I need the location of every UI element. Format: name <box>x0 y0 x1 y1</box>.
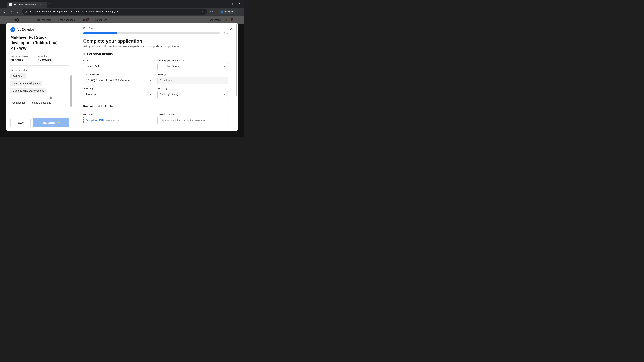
linkedin-label: LinkedIn profile <box>158 113 228 116</box>
info-icon[interactable]: ? <box>164 73 166 76</box>
reload-button[interactable] <box>16 9 20 14</box>
browser-tab-strip: ⬚ Hire Top Remote Software Dev ✕ + — ▢ ✕ <box>0 0 244 7</box>
scroll-up-icon[interactable]: ▴ <box>70 55 72 57</box>
specialty-label: Specialty * <box>83 87 154 90</box>
tab-close-icon[interactable]: ✕ <box>43 3 45 6</box>
new-tab-button[interactable]: + <box>49 2 51 5</box>
resume-upload[interactable]: ⟳ Upload PDF Max size 5 MB <box>83 117 154 124</box>
progress-percent: 25% <box>223 31 228 34</box>
modal-overlay: arc() Arc Exclusive Mid-level Ful Stack … <box>0 15 244 137</box>
incognito-badge[interactable]: 👤 Incognito <box>218 10 236 13</box>
browser-tab[interactable]: ⬚ Hire Top Remote Software Dev ✕ <box>8 1 47 7</box>
chevron-down-icon: ▾ <box>150 93 151 96</box>
linkedin-input[interactable] <box>158 117 228 124</box>
window-controls: — ▢ ✕ <box>226 2 243 5</box>
progress-fill <box>83 32 118 34</box>
extensions-icon[interactable]: ⬚ <box>209 9 214 14</box>
maximize-icon[interactable]: ▢ <box>232 2 234 5</box>
application-form-panel: ✕ Step 1/4 25% Complete your application… <box>73 23 238 131</box>
role-label: Role ? <box>158 73 228 76</box>
separator: / <box>28 101 28 104</box>
seniority-label: Seniority * <box>158 87 228 90</box>
minimize-icon[interactable]: — <box>226 2 228 5</box>
tab-search-dropdown[interactable] <box>1 1 6 6</box>
divider: | <box>216 10 216 13</box>
application-modal: arc() Arc Exclusive Mid-level Ful Stack … <box>6 23 238 131</box>
menu-icon[interactable]: ⋮ <box>238 9 242 14</box>
chevron-down-icon: ▾ <box>150 79 151 82</box>
tab-title: Hire Top Remote Software Dev <box>14 3 41 6</box>
seniority-select[interactable]: Junior (1-3 yrs) ▾ <box>158 91 228 98</box>
job-title: Mid-level Ful Stack developoer (Roblox L… <box>10 35 64 51</box>
url-bar[interactable]: ⊟ arc.dev/dashboard/d/verified-jobs/kdb7… <box>22 8 207 14</box>
chevron-down-icon: ▾ <box>224 93 225 96</box>
fast-apply-button[interactable]: Fast apply ⚡ <box>32 118 69 127</box>
name-input[interactable] <box>83 63 154 70</box>
form-subtitle: Add your basic information and work expe… <box>83 45 228 48</box>
address-bar: ⊟ arc.dev/dashboard/d/verified-jobs/kdb7… <box>0 7 244 15</box>
country-select[interactable]: us United States ▾ <box>158 63 228 70</box>
close-window-icon[interactable]: ✕ <box>239 2 241 5</box>
close-button[interactable]: ✕ <box>230 27 233 31</box>
skill-chip: Game Engine Development <box>10 88 46 93</box>
arc-exclusive-icon: arc() <box>10 27 15 32</box>
upload-icon: ⟳ <box>86 119 88 122</box>
scroll-down-icon[interactable]: ▾ <box>70 107 72 109</box>
skill-chip: Lua Game Development <box>10 81 42 86</box>
bookmark-icon[interactable]: ☆ <box>202 10 204 13</box>
hours-value: 20 hours <box>10 58 28 62</box>
chevron-down-icon: ▾ <box>224 65 225 68</box>
duration-value: 12 weeks <box>38 58 51 62</box>
job-details-panel: arc() Arc Exclusive Mid-level Ful Stack … <box>6 23 73 131</box>
back-button[interactable] <box>2 9 7 14</box>
forward-button[interactable] <box>9 9 14 14</box>
lightning-icon: ⚡ <box>57 121 61 124</box>
incognito-icon: 👤 <box>220 10 223 13</box>
country-label: Country you're based in * <box>158 59 228 62</box>
divider <box>10 98 69 98</box>
section-personal-details: 1. Personal details <box>83 52 228 56</box>
site-info-icon[interactable]: ⊟ <box>25 10 27 13</box>
name-label: Name * <box>83 59 154 62</box>
arc-exclusive-label: Arc Exclusive <box>17 28 34 31</box>
skills-label: Required skills <box>10 68 69 71</box>
skill-chip: Full Stack <box>10 73 26 79</box>
url-text: arc.dev/dashboard/d/verified-jobs/kdb78f… <box>29 10 200 13</box>
posted-time: Posted 3 days ago <box>30 101 51 104</box>
timezone-select[interactable]: (-04:00) Eastern Time (US & Canada) ▾ <box>83 77 154 84</box>
specialty-select[interactable]: Front-end ▾ <box>83 91 154 98</box>
form-title: Complete your application <box>83 38 228 44</box>
resume-label: Resume * <box>83 113 154 116</box>
role-field: Developer <box>158 77 228 84</box>
duration-label: Duration <box>38 55 51 58</box>
timezone-label: Your timezone * <box>83 73 154 76</box>
progress-bar <box>83 32 220 34</box>
resume-section-title: Resume and LinkedIn <box>83 105 228 108</box>
job-type: Freelance job <box>10 101 26 104</box>
hours-label: Hours per week <box>10 55 28 58</box>
scrollbar-thumb[interactable] <box>70 75 72 107</box>
step-indicator: Step 1/4 <box>83 27 228 29</box>
tab-favicon: ⬚ <box>10 3 12 6</box>
scrollbar-thumb[interactable] <box>236 24 238 96</box>
save-button[interactable]: Save <box>10 118 30 127</box>
